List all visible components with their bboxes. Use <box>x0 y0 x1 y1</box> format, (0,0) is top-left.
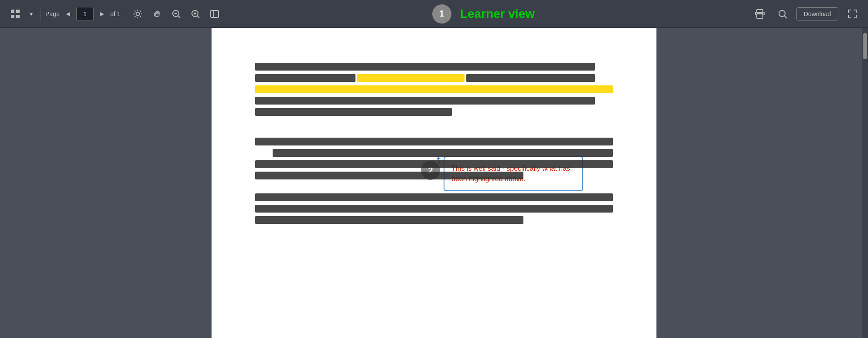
svg-rect-3 <box>16 15 20 18</box>
text-line <box>255 138 613 145</box>
zoom-out-icon <box>171 9 181 19</box>
scrollbar-thumb[interactable] <box>863 33 867 59</box>
text-line <box>255 108 452 116</box>
fullscreen-button[interactable] <box>844 6 861 22</box>
search-button[interactable] <box>774 6 791 22</box>
text-line <box>255 160 613 168</box>
page-label: Page <box>45 10 60 17</box>
text-line <box>255 216 523 224</box>
next-page-button[interactable]: ▶ <box>96 8 108 20</box>
page-number-input[interactable] <box>76 7 94 21</box>
text-line <box>255 205 613 213</box>
learner-view-label: Learner view <box>460 7 535 21</box>
step-badge-1: 1 <box>432 4 451 24</box>
sidebar-toggle-button[interactable] <box>206 7 223 21</box>
fullscreen-icon <box>847 9 858 19</box>
text-line <box>255 97 595 105</box>
svg-rect-0 <box>11 10 14 13</box>
svg-line-11 <box>197 16 199 18</box>
svg-rect-1 <box>16 10 20 13</box>
dropdown-button[interactable]: ▾ <box>26 8 36 20</box>
svg-point-16 <box>762 13 763 14</box>
scrollbar-track[interactable] <box>862 28 868 338</box>
content-area: 2 ↖ This is well said - specifically wha… <box>0 28 868 338</box>
paragraph-1 <box>255 63 613 116</box>
text-line <box>255 172 523 179</box>
svg-line-18 <box>784 16 787 18</box>
print-icon <box>755 9 765 19</box>
text-line-highlight-1 <box>255 74 613 82</box>
toolbar: ▾ Page ◀ ▶ of 1 <box>0 0 868 28</box>
text-line <box>255 63 595 71</box>
text-line <box>255 193 613 201</box>
zoom-in-icon <box>191 9 200 19</box>
separator-1 <box>41 7 41 21</box>
paragraph-3 <box>255 193 613 224</box>
svg-rect-2 <box>11 15 14 18</box>
sidebar-icon <box>210 9 219 19</box>
svg-line-7 <box>178 16 180 18</box>
svg-point-4 <box>136 12 140 16</box>
separator-2 <box>125 7 125 21</box>
hand-icon <box>152 9 162 19</box>
svg-rect-12 <box>211 10 219 17</box>
prev-page-button[interactable]: ◀ <box>62 8 74 20</box>
toolbar-left: ▾ Page ◀ ▶ of 1 <box>7 7 223 21</box>
grid-icon <box>10 9 20 19</box>
zoom-out-button[interactable] <box>168 7 185 21</box>
download-button[interactable]: Download <box>796 7 838 20</box>
search-icon <box>777 9 788 19</box>
hand-tool-button[interactable] <box>149 7 165 21</box>
toolbar-right: Download <box>751 6 861 22</box>
settings-icon <box>133 9 143 19</box>
pdf-page: 2 ↖ This is well said - specifically wha… <box>212 28 656 338</box>
svg-rect-15 <box>757 14 763 18</box>
settings-button[interactable] <box>130 7 146 21</box>
print-button[interactable] <box>751 6 769 22</box>
svg-point-17 <box>779 10 785 17</box>
text-line <box>273 149 613 157</box>
zoom-in-button[interactable] <box>187 7 204 21</box>
of-label: of 1 <box>110 10 120 17</box>
text-line-highlight-2 <box>255 85 613 93</box>
grid-view-button[interactable] <box>7 7 24 21</box>
